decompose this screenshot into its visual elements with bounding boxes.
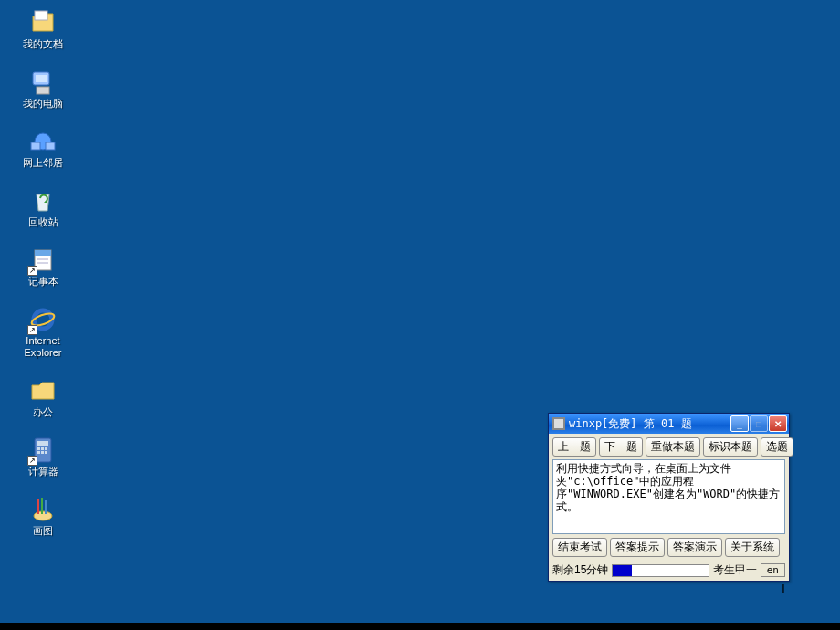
status-bar: 剩余15分钟 考生甲一 en xyxy=(549,561,789,581)
app-icon xyxy=(552,417,565,430)
desktop-icon-internet-explorer[interactable]: ↗ Internet Explorer xyxy=(11,304,75,359)
desktop-icon-label: 我的电脑 xyxy=(23,98,63,110)
svg-rect-16 xyxy=(37,447,40,450)
desktop-icon-label: 网上邻居 xyxy=(23,157,63,169)
end-exam-button[interactable]: 结束考试 xyxy=(552,538,607,557)
desktop-icon-network-neighborhood[interactable]: 网上邻居 xyxy=(11,126,75,169)
select-question-button[interactable]: 选题 xyxy=(761,437,793,457)
candidate-label: 考生甲一 xyxy=(713,562,757,578)
about-system-button[interactable]: 关于系统 xyxy=(725,538,780,557)
svg-rect-3 xyxy=(37,87,49,94)
desktop-icon-label: Internet Explorer xyxy=(25,335,62,359)
desktop-icon-label: 画图 xyxy=(33,525,53,537)
desktop-icon-label: 我的文档 xyxy=(23,38,63,50)
desktop-icon-label: 记事本 xyxy=(28,276,58,288)
network-icon xyxy=(27,126,58,157)
minimize-button[interactable]: _ xyxy=(730,415,749,432)
shortcut-arrow-icon: ↗ xyxy=(27,325,37,335)
my-computer-icon xyxy=(27,67,58,98)
svg-rect-19 xyxy=(37,451,40,454)
desktop-icon-label: 办公 xyxy=(33,406,53,418)
svg-rect-23 xyxy=(37,499,39,514)
svg-rect-17 xyxy=(41,447,44,450)
desktop-icon-my-documents[interactable]: 我的文档 xyxy=(11,7,75,50)
taskbar xyxy=(0,623,840,630)
desktop-icon-paint[interactable]: 画图 xyxy=(11,494,75,537)
time-remaining-label: 剩余15分钟 xyxy=(552,562,608,578)
progress-fill xyxy=(613,565,632,576)
next-question-button[interactable]: 下一题 xyxy=(599,437,643,457)
mark-question-button[interactable]: 标识本题 xyxy=(703,437,758,457)
svg-rect-18 xyxy=(45,447,47,450)
svg-rect-9 xyxy=(35,250,51,256)
desktop-icon-label: 回收站 xyxy=(28,216,58,228)
nav-toolbar: 上一题 下一题 重做本题 标识本题 选题 xyxy=(549,434,789,459)
svg-rect-27 xyxy=(554,419,563,428)
shortcut-arrow-icon: ↗ xyxy=(27,266,37,276)
paint-icon xyxy=(27,494,58,525)
desktop-icon-calculator[interactable]: ↗ 计算器 xyxy=(11,435,75,478)
question-text-area[interactable]: 利用快捷方式向导，在桌面上为文件夹"c:\office"中的应用程序"WINWO… xyxy=(552,459,785,534)
maximize-button: □ xyxy=(750,415,768,432)
exam-window: winxp[免费] 第 01 题 _ □ ✕ 上一题 下一题 重做本题 标识本题… xyxy=(548,413,790,582)
shortcut-arrow-icon: ↗ xyxy=(27,456,37,466)
desktop-icon-recycle-bin[interactable]: 回收站 xyxy=(11,185,75,228)
svg-rect-5 xyxy=(31,142,40,150)
titlebar[interactable]: winxp[免费] 第 01 题 _ □ ✕ xyxy=(549,414,789,434)
close-button[interactable]: ✕ xyxy=(769,415,787,432)
svg-rect-2 xyxy=(36,75,47,82)
progress-bar xyxy=(612,564,709,577)
svg-rect-21 xyxy=(45,451,47,454)
my-documents-icon xyxy=(27,7,58,38)
svg-rect-25 xyxy=(45,500,47,514)
desktop-icon-label: 计算器 xyxy=(28,466,58,478)
svg-rect-6 xyxy=(46,142,55,150)
recycle-bin-icon xyxy=(27,185,58,216)
svg-rect-0 xyxy=(35,11,47,20)
svg-rect-20 xyxy=(41,451,44,454)
svg-rect-15 xyxy=(37,441,48,446)
svg-rect-24 xyxy=(41,498,43,514)
folder-icon xyxy=(27,375,58,406)
desktop-icon-office-folder[interactable]: 办公 xyxy=(11,375,75,418)
window-title: winxp[免费] 第 01 题 xyxy=(569,416,730,432)
prev-question-button[interactable]: 上一题 xyxy=(552,437,596,457)
answer-demo-button[interactable]: 答案演示 xyxy=(667,538,722,557)
desktop-icon-my-computer[interactable]: 我的电脑 xyxy=(11,67,75,110)
redo-question-button[interactable]: 重做本题 xyxy=(646,437,700,457)
answer-hint-button[interactable]: 答案提示 xyxy=(610,538,665,557)
language-indicator[interactable]: en xyxy=(761,563,785,577)
action-toolbar: 结束考试 答案提示 答案演示 关于系统 xyxy=(549,534,789,561)
desktop-icon-notepad[interactable]: ↗ 记事本 xyxy=(11,245,75,288)
text-cursor-icon: I xyxy=(782,582,785,596)
